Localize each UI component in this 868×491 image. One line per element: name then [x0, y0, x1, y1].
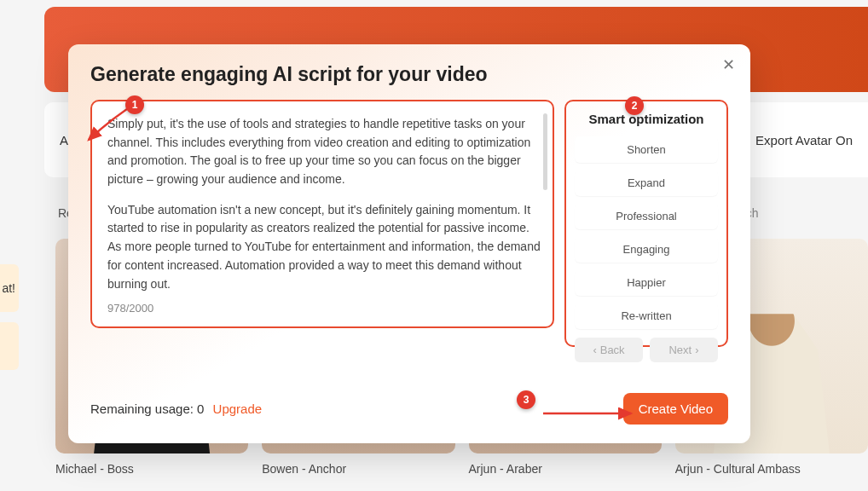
- chevron-left-icon: ‹: [593, 344, 596, 356]
- callout-2: 2: [625, 96, 644, 115]
- chevron-right-icon: ›: [695, 344, 698, 356]
- character-count: 978/2000: [107, 302, 153, 315]
- script-paragraph: Simply put, it's the use of tools and st…: [107, 115, 541, 189]
- script-paragraph: YouTube automation isn't a new concept, …: [107, 201, 541, 292]
- professional-button[interactable]: Professional: [575, 203, 718, 229]
- script-textarea[interactable]: Simply put, it's the use of tools and st…: [90, 100, 554, 328]
- shorten-button[interactable]: Shorten: [575, 136, 718, 163]
- next-label: Next: [668, 344, 692, 356]
- usage-label: Remaining usage: 0: [90, 401, 204, 416]
- callout-3: 3: [517, 390, 535, 409]
- expand-button[interactable]: Expand: [575, 170, 718, 196]
- optimization-title: Smart optimization: [575, 112, 718, 126]
- modal-footer: Remaining usage: 0 Upgrade Create Video: [90, 393, 728, 425]
- next-button[interactable]: Next ›: [650, 338, 718, 362]
- happier-button[interactable]: Happier: [575, 269, 718, 296]
- create-video-button[interactable]: Create Video: [623, 393, 728, 425]
- back-label: Back: [600, 344, 625, 356]
- modal-backdrop: ✕ Generate engaging AI script for your v…: [0, 0, 868, 491]
- back-button[interactable]: ‹ Back: [575, 338, 643, 362]
- modal-body: Simply put, it's the use of tools and st…: [90, 100, 728, 347]
- scrollbar[interactable]: [543, 113, 547, 190]
- optimization-panel: Smart optimization Shorten Expand Profes…: [564, 100, 728, 347]
- callout-1: 1: [125, 95, 144, 114]
- script-text: Simply put, it's the use of tools and st…: [107, 115, 541, 292]
- modal-title: Generate engaging AI script for your vid…: [90, 63, 728, 86]
- usage-text: Remaining usage: 0 Upgrade: [90, 401, 262, 416]
- modal: ✕ Generate engaging AI script for your v…: [68, 44, 750, 443]
- nav-row: ‹ Back Next ›: [575, 338, 718, 362]
- rewritten-button[interactable]: Re-written: [575, 303, 718, 329]
- upgrade-link[interactable]: Upgrade: [213, 401, 263, 416]
- close-icon[interactable]: ✕: [720, 56, 737, 73]
- engaging-button[interactable]: Engaging: [575, 236, 718, 263]
